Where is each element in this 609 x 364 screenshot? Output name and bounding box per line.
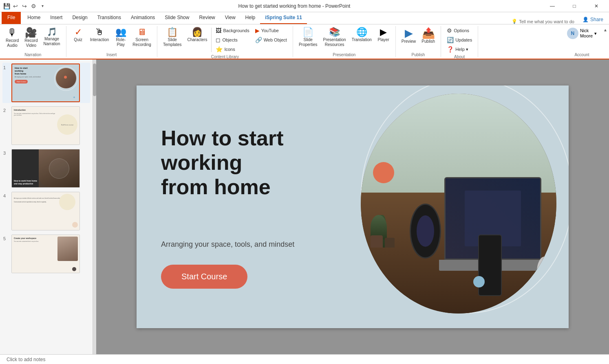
quiz-button[interactable]: ✓ Quiz — [70, 26, 87, 44]
interaction-button[interactable]: 🖱 Interaction — [88, 26, 112, 44]
youtube-button[interactable]: ▶ YouTube — [253, 26, 289, 35]
slide-templates-button[interactable]: 📋 SlideTemplates — [161, 26, 184, 49]
lightbulb-icon: 💡 — [512, 19, 517, 24]
slide-title[interactable]: How to start working from home — [161, 126, 283, 199]
redo-icon[interactable]: ↪ — [21, 3, 28, 9]
start-course-button[interactable]: Start Course — [161, 265, 247, 289]
objects-icon: ◻ — [216, 37, 221, 43]
about-items: ⚙ Options 🔄 Updates ❓ Help ▾ — [444, 26, 474, 54]
blue-decoration — [473, 276, 485, 287]
screen-recording-button[interactable]: 🖥 ScreenRecording — [130, 26, 154, 49]
tab-transitions[interactable]: Transitions — [93, 12, 126, 24]
ribbon-group-insert: ✓ Quiz 🖱 Interaction 👥 Role-Play 🖥 Scree… — [66, 26, 157, 57]
help-icon: ❓ — [447, 46, 454, 53]
options-icon: ⚙ — [447, 27, 452, 34]
backgrounds-icon: 🖼 — [216, 27, 221, 34]
updates-button[interactable]: 🔄 Updates — [444, 35, 474, 44]
insert-items: ✓ Quiz 🖱 Interaction 👥 Role-Play 🖥 Scree… — [70, 26, 154, 52]
manage-narration-button[interactable]: 🎵 ManageNarration — [41, 26, 63, 48]
slide-panel-scrollbar[interactable] — [93, 59, 96, 354]
content-library-items: 📋 SlideTemplates 👩 Characters 🖼 Backgrou… — [161, 26, 289, 54]
about-label: About — [454, 55, 465, 59]
camera-icon: 🎥 — [25, 28, 37, 37]
presentation-items: 📄 SlideProperties 📚 PresentationResource… — [296, 26, 392, 52]
slide-thumb-5[interactable]: 5 Create your workspace You can enter cu… — [2, 234, 90, 274]
slide-image-circle — [361, 94, 556, 314]
slide-thumb-3[interactable]: 3 How to work from homeand stay producti… — [2, 148, 90, 189]
slide-thumb-4[interactable]: 4 As long as you maintain effective acti… — [2, 191, 90, 231]
slide-thumb-2[interactable]: 2 Introduction You can enter customized … — [2, 105, 90, 146]
tab-insert[interactable]: Insert — [45, 12, 67, 24]
customize-icon[interactable]: ⚙ — [30, 3, 37, 9]
slide-num-2: 2 — [3, 108, 9, 113]
tab-slideshow[interactable]: Slide Show — [160, 12, 194, 24]
canvas-area[interactable]: How to start working from home Arranging… — [96, 59, 609, 354]
notes-bar[interactable]: Click to add notes — [0, 354, 609, 364]
presentation-resources-button[interactable]: 📚 PresentationResources — [321, 26, 349, 49]
pres-resources-icon: 📚 — [329, 28, 340, 37]
icons-button[interactable]: ⭐ Icons — [213, 45, 252, 54]
main-area: 1 How to startworkingfrom home Arranging… — [0, 59, 609, 354]
slide-properties-button[interactable]: 📄 SlideProperties — [296, 26, 320, 49]
slide-canvas[interactable]: How to start working from home Arranging… — [137, 86, 569, 328]
account-button[interactable]: N NickMoore ▾ — [564, 26, 600, 41]
insert-label: Insert — [106, 53, 117, 57]
save-icon[interactable]: 💾 — [3, 3, 10, 9]
tab-review[interactable]: Review — [194, 12, 220, 24]
slide-num-1: 1 — [3, 65, 9, 70]
role-play-button[interactable]: 👥 Role-Play — [112, 26, 129, 49]
publish-button[interactable]: 📤 Publish — [419, 26, 437, 46]
narration-items: 🎙 RecordAudio 🎥 RecordVideo 🎵 ManageNarr… — [3, 26, 63, 52]
slide-img-5: Create your workspace You can enter cust… — [11, 235, 80, 273]
preview-button[interactable]: ▶ Preview — [399, 26, 419, 46]
web-object-button[interactable]: 🔗 Web Object — [253, 35, 289, 44]
options-button[interactable]: ⚙ Options — [444, 26, 474, 35]
tab-file[interactable]: File — [2, 12, 21, 24]
tab-help[interactable]: Help — [241, 12, 260, 24]
help-button[interactable]: ❓ Help ▾ — [444, 45, 474, 54]
close-button[interactable]: ✕ — [587, 0, 606, 12]
titlebar: 💾 ↩ ↪ ⚙ ▾ How to get started working fro… — [0, 0, 609, 12]
record-audio-button[interactable]: 🎙 RecordAudio — [3, 26, 21, 50]
player-button[interactable]: ▶ Player — [375, 26, 392, 44]
ribbon-group-content-library: 📋 SlideTemplates 👩 Characters 🖼 Backgrou… — [157, 26, 293, 57]
minimize-button[interactable]: — — [543, 0, 562, 12]
account-chevron: ▾ — [594, 31, 597, 36]
objects-button[interactable]: ◻ Objects — [213, 35, 252, 44]
characters-icon: 👩 — [192, 28, 203, 37]
publish-icon: 📤 — [422, 28, 435, 38]
tab-animations[interactable]: Animations — [126, 12, 160, 24]
web-icon: 🔗 — [255, 37, 262, 43]
orange-decoration — [373, 162, 394, 183]
undo-icon[interactable]: ↩ — [12, 3, 19, 9]
slide-subtitle[interactable]: Arranging your space, tools, and mindset — [161, 240, 294, 249]
slide-thumb-1[interactable]: 1 How to startworkingfrom home Arranging… — [2, 63, 90, 103]
slide-img-4: As long as you maintain effective action… — [11, 192, 80, 230]
scrollbar-thumb[interactable] — [93, 64, 96, 96]
characters-button[interactable]: 👩 Characters — [185, 26, 210, 44]
tab-home[interactable]: Home — [22, 12, 45, 24]
backgrounds-button[interactable]: 🖼 Backgrounds — [213, 26, 252, 35]
templates-icon: 📋 — [167, 28, 178, 37]
ribbon-group-about: ⚙ Options 🔄 Updates ❓ Help ▾ About — [441, 26, 478, 57]
account-name: NickMoore — [580, 28, 593, 39]
content-library-label: Content Library — [211, 55, 239, 59]
dropdown-icon[interactable]: ▾ — [39, 3, 46, 9]
maximize-button[interactable]: □ — [565, 0, 584, 12]
tell-me-input[interactable]: 💡 Tell me what you want to do — [508, 19, 578, 24]
ribbon-collapse-button[interactable]: ▲ — [603, 26, 609, 57]
icons-icon: ⭐ — [216, 46, 223, 53]
preview-icon: ▶ — [405, 28, 413, 38]
record-video-button[interactable]: 🎥 RecordVideo — [22, 26, 40, 50]
ribbon-group-narration: 🎙 RecordAudio 🎥 RecordVideo 🎵 ManageNarr… — [0, 26, 66, 57]
translation-button[interactable]: 🌐 Translation — [349, 26, 374, 44]
ribbon-group-publish: ▶ Preview 📤 Publish Publish — [396, 26, 441, 57]
tab-ispring[interactable]: iSpring Suite 11 — [260, 12, 307, 24]
tab-design[interactable]: Design — [67, 12, 92, 24]
share-button[interactable]: 👤 Share — [578, 15, 607, 24]
screen-icon: 🖥 — [137, 28, 146, 37]
player-icon: ▶ — [380, 28, 387, 37]
slide-num-5: 5 — [3, 236, 9, 241]
tab-view[interactable]: View — [220, 12, 241, 24]
separator — [211, 28, 212, 52]
